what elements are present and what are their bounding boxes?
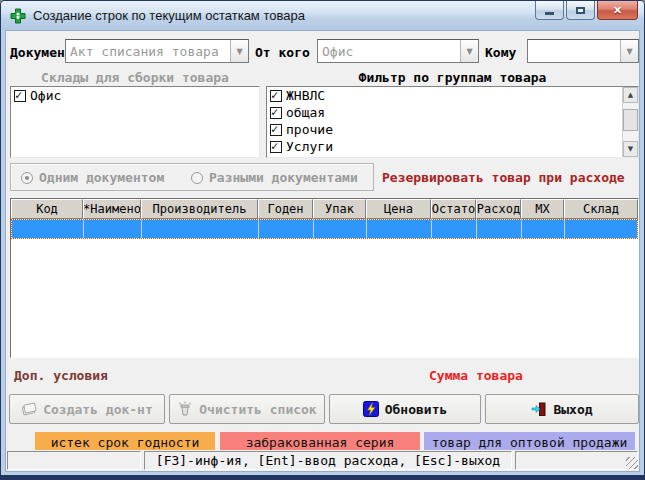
document-combobox[interactable]: Акт списания товара ▼ — [65, 39, 249, 63]
list-item[interactable]: ЖНВЛС — [267, 87, 638, 104]
legend-expired: истек срок годности — [35, 432, 215, 452]
column-header[interactable]: Код — [11, 199, 83, 219]
legend-label: истек срок годности — [51, 435, 200, 450]
group-label: прочие — [286, 122, 333, 137]
chevron-down-icon[interactable]: ▼ — [620, 40, 638, 62]
trash-icon — [177, 401, 193, 417]
list-item[interactable]: прочие — [267, 121, 638, 138]
button-label: Обновить — [385, 402, 448, 417]
sum-label: Сумма товара — [429, 368, 523, 383]
conditions-label: Доп. условия — [14, 368, 108, 383]
from-value: Офис — [318, 44, 460, 59]
radio-icon[interactable] — [191, 172, 203, 184]
note-icon — [21, 401, 37, 417]
title-bar[interactable]: Создание строк по текущим остаткам товар… — [1, 1, 644, 30]
column-header[interactable]: Цена — [366, 199, 431, 219]
status-hint: [F3]-инф-ия, [Ent]-ввод расхода, [Esc]-в… — [144, 451, 512, 470]
legend-label: товар для оптовой продажи — [432, 435, 628, 450]
status-bar: [F3]-инф-ия, [Ent]-ввод расхода, [Esc]-в… — [6, 450, 639, 471]
scroll-up-icon[interactable]: ▲ — [623, 87, 638, 103]
warehouse-label: Офис — [30, 88, 61, 103]
close-button[interactable]: ✕ — [597, 1, 638, 20]
dialog-client-area: Документ Акт списания товара ▼ От кого О… — [5, 30, 640, 472]
document-label: Документ — [10, 45, 73, 60]
table-cell — [259, 220, 314, 238]
checkbox-icon[interactable] — [270, 107, 282, 119]
column-header[interactable]: Упак — [313, 199, 366, 219]
legend-wholesale: товар для оптовой продажи — [424, 432, 635, 452]
exit-door-icon — [531, 401, 547, 417]
list-item[interactable]: Офис — [11, 87, 259, 104]
warehouses-title: Склады для сборки товара — [10, 70, 260, 85]
column-header[interactable]: Склад — [564, 199, 638, 219]
minimize-button[interactable] — [535, 1, 564, 20]
checkbox-icon[interactable] — [270, 90, 282, 102]
column-header[interactable]: Годен — [258, 199, 313, 219]
list-item[interactable]: общая — [267, 104, 638, 121]
dialog-window: Создание строк по текущим остаткам товар… — [0, 0, 645, 480]
table-cell — [432, 220, 477, 238]
legend-rejected-series: забракованная серия — [220, 432, 420, 452]
resize-grip-icon[interactable] — [626, 457, 638, 469]
document-mode-group: Одним документом Разными документами — [10, 163, 374, 191]
from-combobox[interactable]: Офис ▼ — [317, 39, 479, 63]
minimize-icon — [545, 12, 554, 15]
legend-label: забракованная серия — [246, 435, 395, 450]
table-cell — [565, 220, 637, 238]
table-cell — [522, 220, 565, 238]
table-cell — [142, 220, 259, 238]
status-panel-right — [515, 451, 638, 470]
to-label: Кому — [485, 45, 516, 60]
chevron-down-icon[interactable]: ▼ — [230, 40, 248, 62]
grid-header-row: Код *Наимено Производитель Годен Упак Це… — [11, 199, 638, 219]
button-label: Выход — [553, 402, 592, 417]
vertical-scrollbar[interactable]: ▲ ▼ — [622, 87, 638, 157]
radio-icon[interactable] — [21, 172, 33, 184]
selected-table-row[interactable] — [11, 219, 638, 239]
items-grid[interactable]: Код *Наимено Производитель Годен Упак Це… — [10, 198, 639, 358]
column-header[interactable]: *Наимено — [83, 199, 141, 219]
refresh-button[interactable]: Обновить — [329, 394, 481, 424]
checkbox-icon[interactable] — [270, 141, 282, 153]
radio-label: Разными документами — [209, 170, 358, 185]
close-icon: ✕ — [613, 4, 622, 17]
table-cell — [12, 220, 84, 238]
column-header[interactable]: Остато — [431, 199, 476, 219]
group-label: Услуги — [286, 139, 333, 154]
maximize-button[interactable] — [566, 1, 595, 20]
reserve-warning-label: Резервировать товар при расходе — [382, 170, 625, 185]
column-header[interactable]: Производитель — [141, 199, 258, 219]
checkbox-icon[interactable] — [270, 124, 282, 136]
create-document-button[interactable]: Создать док-нт — [9, 394, 165, 424]
radio-single-document[interactable]: Одним документом — [21, 170, 164, 185]
lightning-icon — [363, 401, 379, 417]
scroll-down-icon[interactable]: ▼ — [623, 141, 638, 157]
button-label: Создать док-нт — [43, 402, 153, 417]
button-label: Очистить список — [199, 402, 316, 417]
table-cell — [477, 220, 522, 238]
to-combobox[interactable]: ▼ — [527, 39, 639, 63]
list-item[interactable]: Услуги — [267, 138, 638, 155]
clear-list-button[interactable]: Очистить список — [169, 394, 325, 424]
table-cell — [367, 220, 432, 238]
exit-button[interactable]: Выход — [485, 394, 639, 424]
table-cell — [84, 220, 142, 238]
maximize-icon — [576, 7, 585, 14]
column-header[interactable]: МХ — [521, 199, 564, 219]
checkbox-icon[interactable] — [14, 90, 26, 102]
groups-filter-title: Фильтр по группам товара — [266, 70, 639, 85]
window-title: Создание строк по текущим остаткам товар… — [33, 8, 305, 23]
table-cell — [314, 220, 367, 238]
scrollbar-thumb[interactable] — [623, 109, 638, 131]
pharmacy-cross-icon — [10, 8, 26, 24]
warehouses-listbox[interactable]: Офис — [10, 86, 260, 158]
group-label: ЖНВЛС — [286, 88, 325, 103]
column-header[interactable]: Расход — [476, 199, 521, 219]
radio-label: Одним документом — [39, 170, 164, 185]
document-value: Акт списания товара — [66, 44, 230, 59]
status-panel-left — [7, 451, 141, 470]
from-label: От кого — [255, 45, 310, 60]
chevron-down-icon[interactable]: ▼ — [460, 40, 478, 62]
radio-multiple-documents[interactable]: Разными документами — [191, 170, 358, 185]
groups-listbox[interactable]: ЖНВЛС общая прочие Услуги ▲ ▼ — [266, 86, 639, 158]
